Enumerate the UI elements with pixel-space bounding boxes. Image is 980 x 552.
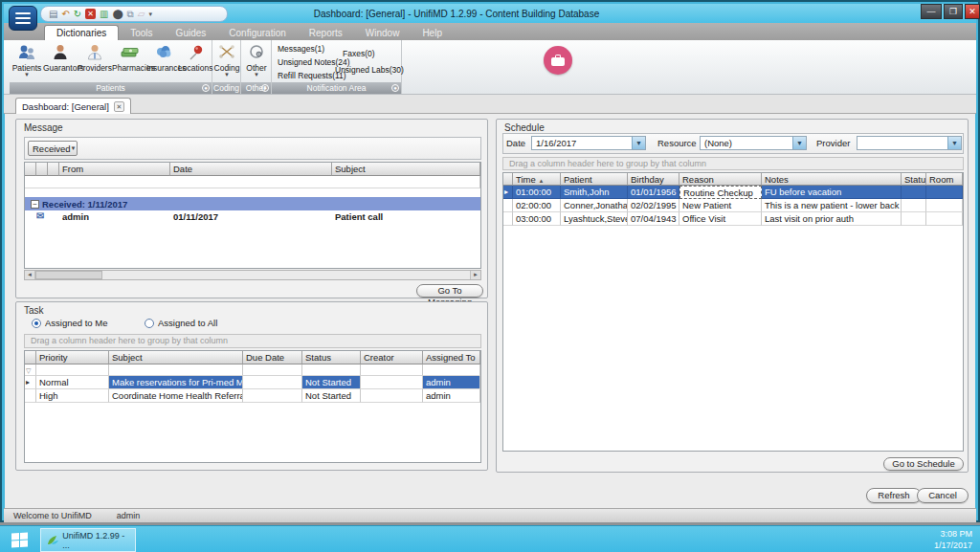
tab-guides[interactable]: Guides <box>165 26 218 40</box>
ribbon-group-notification: Messages(1) Unsigned Notes(24) Refill Re… <box>272 40 402 94</box>
go-to-schedule-button[interactable]: Go to Schedule <box>883 457 964 471</box>
row-indicator-icon: ▸ <box>504 188 508 196</box>
task-group-hint[interactable]: Drag a column header here to group by th… <box>24 334 481 348</box>
task-row[interactable]: ▸ Normal Make reservations for Pri-med M… <box>25 376 480 389</box>
document-tab-strip: Dashboard: [General] ✕ <box>4 95 976 114</box>
save-icon[interactable]: ▤ <box>49 10 57 19</box>
export-icon[interactable]: ▥ <box>100 10 108 19</box>
message-row[interactable]: ✉ admin 01/11/2017 Patient call <box>25 210 480 224</box>
provider-select[interactable]: ▼ <box>857 136 962 150</box>
pharmacies-button[interactable]: Pharmacies <box>112 42 146 73</box>
tab-configuration[interactable]: Configuration <box>217 26 297 40</box>
task-filter-row[interactable]: ▽ <box>25 364 480 376</box>
insurances-button[interactable]: Insurances <box>146 42 181 73</box>
col-date[interactable]: Date <box>170 163 332 176</box>
date-picker[interactable]: 1/16/2017 ▼ <box>531 136 646 150</box>
tab-help[interactable]: Help <box>411 26 454 40</box>
locations-button[interactable]: Locations <box>178 42 212 73</box>
notification-group-launcher-icon[interactable]: ● <box>391 84 399 92</box>
insurances-icon <box>146 42 181 63</box>
tab-reports[interactable]: Reports <box>298 26 354 40</box>
pharmacies-icon <box>112 42 146 63</box>
chevron-down-icon[interactable]: ▼ <box>947 137 961 149</box>
current-user: admin <box>117 511 141 520</box>
patients-group-launcher-icon[interactable]: ● <box>202 84 210 92</box>
col-subject[interactable]: Subject <box>109 351 243 364</box>
assigned-to-all-radio[interactable]: Assigned to All <box>145 318 217 328</box>
schedule-row[interactable]: 02:00:00 Conner,Jonathan 02/02/1995 New … <box>503 199 963 212</box>
chevron-down-icon[interactable]: ▼ <box>632 137 645 149</box>
refresh-button[interactable]: Refresh <box>866 488 922 503</box>
scroll-left-icon[interactable]: ◄ <box>25 271 35 279</box>
undo-icon[interactable]: ↶ <box>61 10 69 19</box>
tab-dashboard-general[interactable]: Dashboard: [General] ✕ <box>15 98 131 114</box>
ribbon-tab-bar: Dictionaries Tools Guides Configuration … <box>4 23 976 40</box>
other-group-launcher-icon[interactable]: ● <box>261 84 269 92</box>
close-button[interactable]: ✕ <box>965 4 980 19</box>
ribbon-group-patients: Patients ▼ Guarantors Providers Pharmac <box>10 40 212 94</box>
col-reason[interactable]: Reason <box>679 173 762 186</box>
task-row[interactable]: High Coordinate Home Health Referral Not… <box>25 389 480 403</box>
copy-icon[interactable]: ⧉ <box>127 10 134 19</box>
radio-unselected-icon <box>145 319 154 328</box>
message-group-row[interactable]: − Received: 1/11/2017 <box>25 197 480 210</box>
schedule-row[interactable]: ▸ 01:00:00 Smith,John 01/01/1956 Routine… <box>503 186 963 199</box>
start-button[interactable] <box>0 527 38 552</box>
delete-icon[interactable]: ✕ <box>85 9 96 19</box>
col-creator[interactable]: Creator <box>361 351 423 364</box>
col-from[interactable]: From <box>59 163 170 176</box>
minimize-button[interactable]: — <box>921 4 942 19</box>
reason-edit-cell[interactable]: Routine Checkup <box>679 186 762 199</box>
maximize-button[interactable]: ❐ <box>944 4 963 19</box>
tab-dictionaries[interactable]: Dictionaries <box>44 25 119 40</box>
message-filter-dropdown[interactable]: Received ▼ <box>28 141 78 156</box>
tab-tools[interactable]: Tools <box>119 26 164 40</box>
doc-tab-close-icon[interactable]: ✕ <box>114 101 124 112</box>
faxes-link[interactable]: Faxes(0) <box>343 49 375 58</box>
col-status[interactable]: Status <box>902 173 926 186</box>
col-due-date[interactable]: Due Date <box>243 351 302 364</box>
qat-dropdown-icon[interactable]: ▾ <box>148 10 152 19</box>
ribbon-group-coding: Coding ▼ Coding <box>212 40 241 94</box>
scroll-right-icon[interactable]: ► <box>470 271 480 279</box>
guarantors-button[interactable]: Guarantors <box>43 42 78 73</box>
resource-label: Resource <box>657 138 697 148</box>
col-priority[interactable]: Priority <box>36 351 109 364</box>
go-to-messaging-button[interactable]: Go To Messaging <box>416 284 483 298</box>
tab-window[interactable]: Window <box>354 26 412 40</box>
cancel-button[interactable]: Cancel <box>917 488 969 503</box>
messages-link[interactable]: Messages(1) <box>278 44 324 54</box>
providers-button[interactable]: Providers <box>78 42 112 73</box>
quick-access-toolbar: ▤ ↶ ↻ ✕ ▥ ⬤ ⧉ ▱ ▾ <box>40 6 228 22</box>
col-assigned-to[interactable]: Assigned To <box>423 351 480 364</box>
unsigned-labs-link[interactable]: Unsigned Labs(30) <box>335 65 404 75</box>
col-status[interactable]: Status <box>302 351 361 364</box>
taskbar-clock[interactable]: 3:08 PM 1/17/2017 <box>934 528 972 551</box>
col-subject[interactable]: Subject <box>332 163 480 176</box>
resource-select[interactable]: (None) ▼ <box>700 136 807 150</box>
col-room[interactable]: Room <box>926 173 963 186</box>
providers-icon <box>78 42 112 63</box>
paste-icon[interactable]: ▱ <box>138 10 145 19</box>
patients-group-label: Patients <box>96 83 125 93</box>
schedule-group-hint[interactable]: Drag a column header here to group by th… <box>502 157 964 170</box>
app-menu-button[interactable] <box>9 6 37 31</box>
patients-button[interactable]: Patients ▼ <box>10 42 44 77</box>
print-icon[interactable]: ⬤ <box>112 10 122 19</box>
guarantors-icon <box>43 42 78 63</box>
assigned-to-me-radio[interactable]: Assigned to Me <box>32 318 107 328</box>
col-patient[interactable]: Patient <box>561 173 628 186</box>
col-time[interactable]: Time ▲ <box>513 173 561 186</box>
other-button[interactable]: Other ▼ <box>239 42 274 77</box>
col-birthday[interactable]: Birthday <box>628 173 679 186</box>
col-notes[interactable]: Notes <box>762 173 902 186</box>
welcome-text: Welcome to UnifiMD <box>13 511 92 520</box>
taskbar-item-unifimd[interactable]: UnifiMD 1.2.99 - ... <box>40 528 136 552</box>
schedule-row[interactable]: 03:00:00 Lyashtuck,Steve 07/04/1943 Offi… <box>503 212 963 226</box>
collapse-icon[interactable]: − <box>31 200 39 209</box>
chevron-down-icon[interactable]: ▼ <box>792 137 806 149</box>
refresh-icon[interactable]: ↻ <box>74 10 81 19</box>
other-stethoscope-icon <box>239 42 274 63</box>
doc-tab-label: Dashboard: [General] <box>22 101 109 112</box>
message-hscrollbar[interactable]: ◄ ► <box>24 270 481 280</box>
